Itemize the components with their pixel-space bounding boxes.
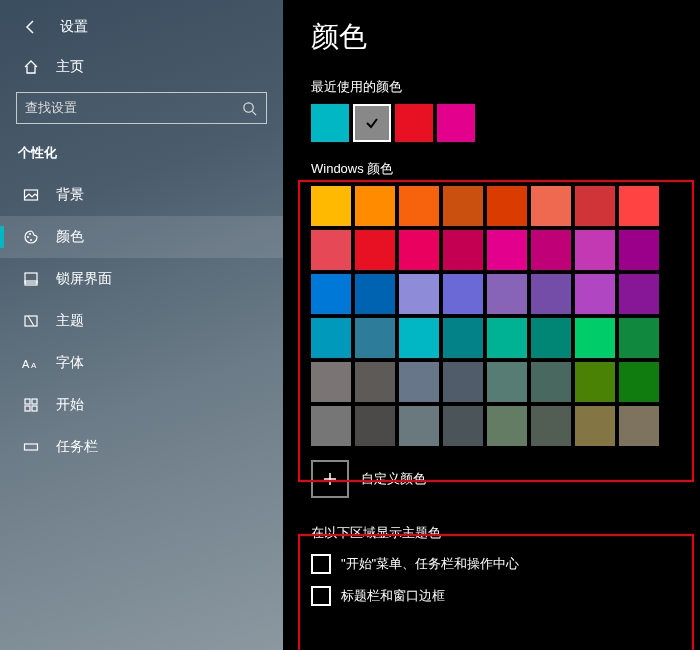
palette-color-swatch[interactable] xyxy=(619,274,659,314)
sidebar-item-label: 背景 xyxy=(56,186,84,204)
palette-color-swatch[interactable] xyxy=(355,362,395,402)
sidebar-item-label: 主题 xyxy=(56,312,84,330)
accent-surfaces-label: 在以下区域显示主题色 xyxy=(311,524,700,542)
palette-color-swatch[interactable] xyxy=(575,186,615,226)
palette-color-swatch[interactable] xyxy=(399,230,439,270)
recent-color-swatch[interactable] xyxy=(437,104,475,142)
svg-rect-13 xyxy=(25,406,30,411)
recent-colors-label: 最近使用的颜色 xyxy=(311,78,700,96)
palette-color-swatch[interactable] xyxy=(487,186,527,226)
svg-rect-15 xyxy=(25,444,38,450)
svg-point-4 xyxy=(29,233,31,235)
palette-color-swatch[interactable] xyxy=(443,274,483,314)
home-icon xyxy=(22,58,40,76)
taskbar-icon xyxy=(22,438,40,456)
palette-color-swatch[interactable] xyxy=(443,406,483,446)
custom-color-label: 自定义颜色 xyxy=(361,470,426,488)
back-button[interactable] xyxy=(22,18,40,36)
recent-color-swatch[interactable] xyxy=(395,104,433,142)
palette-color-swatch[interactable] xyxy=(619,406,659,446)
palette-color-swatch[interactable] xyxy=(399,406,439,446)
palette-color-swatch[interactable] xyxy=(487,274,527,314)
palette-color-swatch[interactable] xyxy=(619,362,659,402)
palette-color-swatch[interactable] xyxy=(531,362,571,402)
palette-color-swatch[interactable] xyxy=(399,274,439,314)
palette-color-swatch[interactable] xyxy=(443,362,483,402)
palette-color-swatch[interactable] xyxy=(311,362,351,402)
svg-rect-12 xyxy=(32,399,37,404)
svg-point-5 xyxy=(30,239,32,241)
fonts-icon: AA xyxy=(22,354,40,372)
sidebar-item-label: 任务栏 xyxy=(56,438,98,456)
svg-rect-14 xyxy=(32,406,37,411)
sidebar-item-lockscreen[interactable]: 锁屏界面 xyxy=(0,258,283,300)
palette-color-swatch[interactable] xyxy=(575,406,615,446)
recent-color-swatch[interactable] xyxy=(311,104,349,142)
palette-color-swatch[interactable] xyxy=(575,318,615,358)
search-input[interactable]: 查找设置 xyxy=(16,92,267,124)
sidebar-item-themes[interactable]: 主题 xyxy=(0,300,283,342)
palette-color-swatch[interactable] xyxy=(575,274,615,314)
svg-text:A: A xyxy=(31,361,37,370)
checkbox-titlebar[interactable]: 标题栏和窗口边框 xyxy=(311,586,700,606)
palette-color-swatch[interactable] xyxy=(487,230,527,270)
sidebar-item-background[interactable]: 背景 xyxy=(0,174,283,216)
checkbox-label: "开始"菜单、任务栏和操作中心 xyxy=(341,555,519,573)
palette-color-swatch[interactable] xyxy=(311,318,351,358)
palette-color-swatch[interactable] xyxy=(487,362,527,402)
palette-color-swatch[interactable] xyxy=(311,186,351,226)
svg-point-3 xyxy=(27,236,29,238)
palette-color-swatch[interactable] xyxy=(575,362,615,402)
sidebar-item-label: 颜色 xyxy=(56,228,84,246)
palette-color-swatch[interactable] xyxy=(619,230,659,270)
svg-rect-11 xyxy=(25,399,30,404)
palette-color-swatch[interactable] xyxy=(487,406,527,446)
palette-color-swatch[interactable] xyxy=(531,186,571,226)
sidebar-item-label: 字体 xyxy=(56,354,84,372)
palette-color-swatch[interactable] xyxy=(443,230,483,270)
themes-icon xyxy=(22,312,40,330)
sidebar-item-fonts[interactable]: AA 字体 xyxy=(0,342,283,384)
palette-color-swatch[interactable] xyxy=(531,274,571,314)
palette-color-swatch[interactable] xyxy=(355,318,395,358)
palette-color-swatch[interactable] xyxy=(355,186,395,226)
palette-color-swatch[interactable] xyxy=(531,406,571,446)
palette-color-swatch[interactable] xyxy=(531,318,571,358)
palette-color-swatch[interactable] xyxy=(443,186,483,226)
palette-color-swatch[interactable] xyxy=(355,406,395,446)
recent-color-swatch[interactable] xyxy=(353,104,391,142)
palette-color-swatch[interactable] xyxy=(487,318,527,358)
palette-color-swatch[interactable] xyxy=(355,274,395,314)
palette-color-swatch[interactable] xyxy=(311,406,351,446)
sidebar-item-taskbar[interactable]: 任务栏 xyxy=(0,426,283,468)
palette-color-swatch[interactable] xyxy=(399,362,439,402)
palette-color-swatch[interactable] xyxy=(619,318,659,358)
checkbox-start-taskbar[interactable]: "开始"菜单、任务栏和操作中心 xyxy=(311,554,700,574)
picture-icon xyxy=(22,186,40,204)
window-title: 设置 xyxy=(60,18,88,36)
sidebar-item-home[interactable]: 主页 xyxy=(0,46,283,88)
palette-color-swatch[interactable] xyxy=(355,230,395,270)
palette-color-swatch[interactable] xyxy=(619,186,659,226)
sidebar-nav: 背景 颜色 锁屏界面 主题 AA 字体 开始 任务栏 xyxy=(0,174,283,468)
palette-color-swatch[interactable] xyxy=(443,318,483,358)
checkbox-icon xyxy=(311,586,331,606)
palette-color-swatch[interactable] xyxy=(399,318,439,358)
checkbox-icon xyxy=(311,554,331,574)
page-title: 颜色 xyxy=(311,18,700,56)
palette-color-swatch[interactable] xyxy=(531,230,571,270)
recent-colors-row xyxy=(311,104,700,142)
palette-color-swatch[interactable] xyxy=(311,230,351,270)
sidebar-section-label: 个性化 xyxy=(0,136,283,170)
sidebar-item-start[interactable]: 开始 xyxy=(0,384,283,426)
palette-color-swatch[interactable] xyxy=(399,186,439,226)
sidebar-item-colors[interactable]: 颜色 xyxy=(0,216,283,258)
palette-color-swatch[interactable] xyxy=(311,274,351,314)
palette-color-swatch[interactable] xyxy=(575,230,615,270)
home-label: 主页 xyxy=(56,58,84,76)
search-placeholder: 查找设置 xyxy=(25,99,77,117)
search-icon xyxy=(240,99,258,117)
lockscreen-icon xyxy=(22,270,40,288)
main-pane: 颜色 最近使用的颜色 Windows 颜色 自定义颜色 在以下区域显示主题色 "… xyxy=(283,0,700,650)
custom-color-button[interactable] xyxy=(311,460,349,498)
